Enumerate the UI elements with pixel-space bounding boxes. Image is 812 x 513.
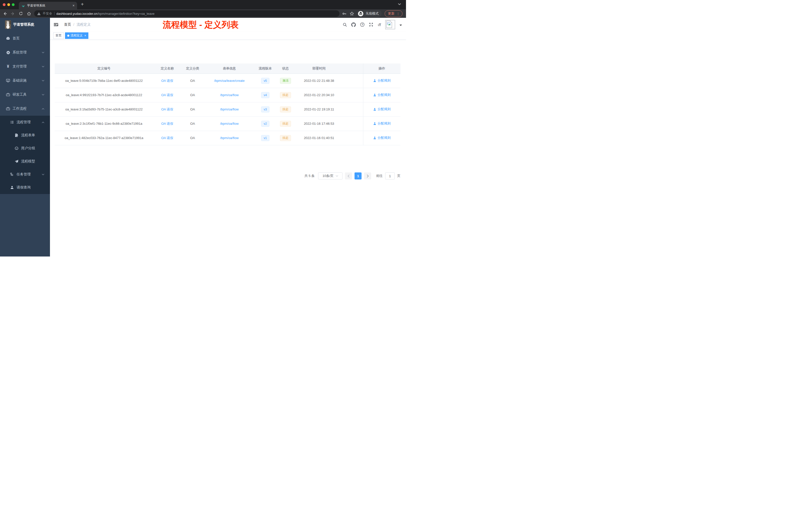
definition-name-link[interactable]: OA 请假 [161,136,173,140]
pagination: 共 5 条 10条/页 1 前往 页 [50,173,401,179]
password-key-icon[interactable] [342,11,347,16]
window-zoom-button[interactable] [12,3,14,6]
status-badge: 挂起 [280,92,291,98]
goto-page-input[interactable] [385,173,395,179]
assign-rule-button[interactable]: 分配规则 [373,107,391,112]
definition-name-link[interactable]: OA 请假 [161,93,173,97]
col-definition-id: 定义编号 [55,63,153,73]
avatar-dropdown-caret-icon[interactable] [400,25,402,27]
version-badge: v3 [261,107,269,113]
current-page[interactable]: 1 [354,173,361,179]
definition-id: oa_leave:4:991f2193-7b7f-11ec-a3c8-acde4… [55,88,153,102]
table-header-row: 定义编号 定义名称 定义分类 表单信息 流程版本 状态 部署时间 操作 [55,63,401,73]
chevron-down-icon [42,80,45,82]
page-size-select[interactable]: 10条/页 [318,173,343,179]
tab-search-chevron-icon[interactable] [398,3,401,5]
window-minimize-button[interactable] [7,3,10,6]
new-tab-button[interactable]: + [81,1,84,7]
sidebar-item-user-group[interactable]: 用户分组 [0,142,50,155]
definition-name-link[interactable]: OA 请假 [161,108,173,111]
definition-id: oa_leave:5:004b710b-7b8a-11ec-8ef0-acde4… [55,73,153,88]
sidebar-item-system[interactable]: 系统管理 [0,46,50,59]
back-icon[interactable] [2,11,7,16]
dashboard-icon [6,36,10,40]
breadcrumb: 首页 / 流程定义 [64,18,91,31]
browser-update-button[interactable]: 更新 ⋮ [385,10,403,17]
assign-rule-button[interactable]: 分配规则 [373,135,391,140]
assign-rule-button[interactable]: 分配规则 [373,78,391,83]
deploy-time: 2022-01-22 20:34:10 [295,88,343,102]
home-icon[interactable] [27,11,31,16]
logo-avatar [5,20,11,29]
form-link[interactable]: /bpm/oa/flow [220,108,239,111]
deploy-time: 2022-01-16 01:40:51 [295,131,343,145]
active-dot [67,35,69,37]
help-icon[interactable]: ? [360,22,365,27]
tab-close-icon[interactable]: × [72,4,75,7]
bookmark-star-icon[interactable] [349,11,354,16]
prev-page-button[interactable] [345,173,352,179]
sidebar-item-process-model[interactable]: 流程模型 [0,155,50,168]
user-icon [10,185,14,189]
next-page-button[interactable] [364,173,371,179]
col-actions: 操作 [363,63,401,73]
definition-id: oa_leave:3:1fad3d93-7b75-11ec-a3c8-acde4… [55,102,153,117]
forward-icon[interactable] [10,11,15,16]
font-size-icon[interactable]: тT [378,23,381,27]
avatar[interactable] [385,20,395,29]
toolbox-icon [6,93,10,97]
tag-home[interactable]: 首页 [53,32,64,39]
sidebar-toggle-icon[interactable] [54,22,58,27]
form-link[interactable]: /bpm/oa/flow [220,136,239,140]
sidebar-item-home[interactable]: 首页 [0,31,50,46]
fullscreen-icon[interactable] [369,22,373,27]
svg-text:?: ? [361,23,363,26]
status-badge: 挂起 [280,121,291,127]
form-link[interactable]: /bpm/oa/flow [220,122,239,125]
tab-title: 芋道管理系统 [27,3,70,8]
divider [54,12,55,15]
window-close-button[interactable] [3,3,5,6]
sidebar-item-payment[interactable]: ¥ 支付管理 [0,59,50,73]
browser-menu-dots-icon[interactable]: ⋮ [397,12,400,16]
deploy-time: 2022-01-22 21:48:38 [295,73,343,88]
definition-name-link[interactable]: OA 请假 [161,122,173,125]
sidebar-item-task-management[interactable]: 任务管理 [0,168,50,181]
screen: 芋道管理系统 × + 不安全 [0,0,406,256]
sidebar-item-devtools[interactable]: 研发工具 [0,88,50,102]
col-status: 状态 [276,63,295,73]
goto-label: 前往 [376,174,383,178]
total-count: 共 5 条 [304,174,315,178]
user-icon [373,108,376,111]
tag-process-definition[interactable]: 流程定义 × [65,32,88,39]
sidebar-item-process-form[interactable]: 流程表单 [0,129,50,142]
form-link[interactable]: /bpm/oa/leave/create [214,79,244,83]
col-deploy-time: 部署时间 [295,63,343,73]
breadcrumb-current: 流程定义 [77,22,91,27]
sidebar-item-workflow[interactable]: 工作流程 [0,102,50,116]
assign-rule-button[interactable]: 分配规则 [373,121,391,126]
browser-tab-strip: 芋道管理系统 × + [0,0,406,9]
status-badge: 激活 [280,78,291,84]
github-icon[interactable] [351,22,356,27]
breadcrumb-home[interactable]: 首页 [64,22,71,27]
reload-icon[interactable] [19,11,23,16]
user-group-icon [14,146,19,150]
chevron-down-icon [336,175,338,177]
tag-close-icon[interactable]: × [84,34,86,37]
table-row: oa_leave:3:1fad3d93-7b75-11ec-a3c8-acde4… [55,102,401,117]
address-bar[interactable]: 不安全 dashboard.yudao.iocoder.cn/bpm/manag… [34,10,340,17]
form-link[interactable]: /bpm/oa/flow [220,93,239,97]
sidebar-item-process-management[interactable]: 流程管理 [0,116,50,129]
version-badge: v2 [261,121,269,127]
browser-tab[interactable]: 芋道管理系统 × [19,2,77,9]
sidebar-logo[interactable]: 芋道管理系统 [0,18,50,31]
definition-name-link[interactable]: OA 请假 [161,79,173,83]
security-label[interactable]: 不安全 [43,11,52,16]
search-icon[interactable] [343,22,347,27]
assign-rule-button[interactable]: 分配规则 [373,93,391,97]
sidebar-item-infrastructure[interactable]: 基础设施 [0,73,50,88]
sidebar-item-leave-query[interactable]: 请假查询 [0,181,50,194]
user-icon [373,93,376,97]
deploy-time: 2022-01-22 19:19:11 [295,102,343,117]
